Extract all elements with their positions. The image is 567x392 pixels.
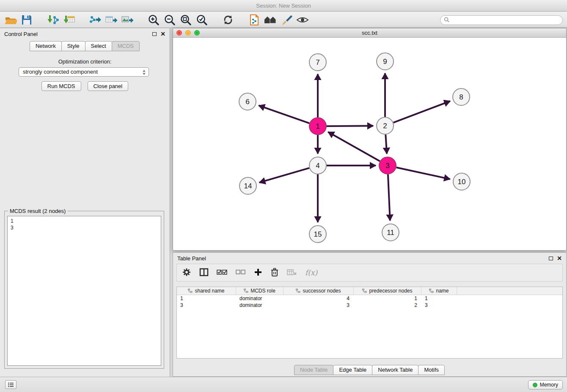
- optimization-criterion-label: Optimization criterion:: [0, 58, 170, 65]
- table-row[interactable]: 3dominator323: [177, 302, 562, 309]
- table-panel-tabs: Node TableEdge TableNetwork TableMotifs: [173, 365, 566, 375]
- window-controls: × − +: [176, 30, 200, 36]
- control-panel-title: Control Panel: [4, 31, 38, 37]
- columns-icon[interactable]: [199, 268, 209, 278]
- float-panel-icon[interactable]: [152, 32, 157, 36]
- column-header-name[interactable]: name: [421, 287, 457, 295]
- memory-button[interactable]: Memory: [528, 380, 563, 389]
- add-column-icon[interactable]: [254, 268, 262, 278]
- network-window-titlebar[interactable]: × − + scc.txt: [173, 28, 566, 38]
- eye-icon[interactable]: [295, 13, 311, 27]
- control-panel-header: Control Panel ✕: [0, 28, 170, 39]
- export-image-icon[interactable]: [119, 13, 135, 27]
- criterion-dropdown[interactable]: strongly connected component: [19, 67, 149, 77]
- gear-icon[interactable]: [182, 268, 191, 278]
- home-views-icon[interactable]: [262, 13, 278, 27]
- table-cell: 1: [354, 295, 421, 301]
- refresh-icon[interactable]: [220, 13, 236, 27]
- select-all-rows-icon[interactable]: [217, 269, 228, 276]
- dropdown-arrows-icon: [142, 69, 146, 78]
- graph-edge-2-8[interactable]: [394, 101, 450, 123]
- mcds-result-value: 3: [11, 224, 158, 231]
- search-input[interactable]: [452, 17, 559, 24]
- graph-edge-3-10[interactable]: [396, 168, 450, 179]
- show-panel-list-button[interactable]: [5, 380, 17, 389]
- graph-edge-3-1[interactable]: [328, 132, 380, 161]
- sort-icon: [362, 289, 367, 293]
- graph-node-15[interactable]: 15: [309, 226, 326, 243]
- table-tab-network-table[interactable]: Network Table: [372, 365, 418, 375]
- network-canvas[interactable]: 7968124314101511: [173, 38, 566, 250]
- node-table: shared nameMCDS rolesuccessor nodesprede…: [176, 287, 563, 359]
- column-header-successor-nodes[interactable]: successor nodes: [284, 287, 354, 295]
- table-body: 1dominator4113dominator323: [177, 295, 562, 309]
- session-document-icon[interactable]: [246, 13, 262, 27]
- table-tab-node-table[interactable]: Node Table: [294, 365, 334, 375]
- close-table-panel-icon[interactable]: ✕: [557, 255, 562, 261]
- deselect-all-rows-icon[interactable]: [236, 270, 246, 276]
- function-builder-icon[interactable]: f(x): [305, 268, 317, 277]
- zoom-selected-icon[interactable]: [194, 13, 210, 27]
- graph-edge-1-2[interactable]: [327, 126, 373, 126]
- export-table-icon[interactable]: [103, 13, 119, 27]
- table-tab-motifs[interactable]: Motifs: [418, 365, 445, 375]
- graph-edge-2-3[interactable]: [385, 135, 387, 154]
- minimize-window-icon[interactable]: −: [185, 30, 191, 36]
- mcds-buttons: Run MCDS Close panel: [0, 81, 170, 91]
- graph-node-14[interactable]: 14: [239, 177, 256, 194]
- graph-edge-1-6[interactable]: [259, 105, 309, 123]
- graph-node-11[interactable]: 11: [382, 224, 399, 241]
- graph-node-7[interactable]: 7: [309, 54, 326, 71]
- zoom-in-icon[interactable]: [146, 13, 162, 27]
- graph-node-6[interactable]: 6: [239, 93, 256, 110]
- close-panel-icon[interactable]: ✕: [160, 31, 165, 37]
- close-panel-button[interactable]: Close panel: [88, 81, 129, 91]
- graph-edge-3-11[interactable]: [388, 174, 390, 221]
- column-header-predecessor-nodes[interactable]: predecessor nodes: [354, 287, 421, 295]
- table-panel-header: Table Panel ✕: [173, 253, 566, 264]
- tab-select[interactable]: Select: [85, 41, 112, 51]
- mcds-result-box[interactable]: 13: [7, 216, 161, 366]
- tab-mcds[interactable]: MCDS: [112, 41, 140, 51]
- graph-node-label: 3: [385, 162, 389, 170]
- tab-style[interactable]: Style: [61, 41, 85, 51]
- maximize-window-icon[interactable]: +: [194, 30, 200, 36]
- graph-node-label: 10: [458, 178, 466, 186]
- status-bar: Memory: [0, 377, 567, 392]
- open-folder-icon[interactable]: [3, 13, 19, 27]
- graph-node-9[interactable]: 9: [377, 53, 394, 70]
- delete-table-icon[interactable]: [287, 268, 297, 277]
- column-header-mcds-role[interactable]: MCDS role: [236, 287, 284, 295]
- graph-node-10[interactable]: 10: [453, 173, 470, 190]
- graph-edge-4-14[interactable]: [259, 168, 309, 182]
- table-tab-edge-table[interactable]: Edge Table: [333, 365, 372, 375]
- memory-button-label: Memory: [540, 382, 558, 388]
- graph-node-2[interactable]: 2: [377, 117, 394, 134]
- table-cell: 2: [354, 302, 421, 308]
- close-window-icon[interactable]: ×: [176, 30, 182, 36]
- save-icon[interactable]: [19, 13, 35, 27]
- graph-node-3[interactable]: 3: [379, 157, 396, 174]
- table-row[interactable]: 1dominator411: [177, 295, 562, 302]
- graph-node-8[interactable]: 8: [453, 88, 470, 105]
- mcds-result-value: 1: [11, 218, 158, 224]
- zoom-out-icon[interactable]: [162, 13, 178, 27]
- run-mcds-button[interactable]: Run MCDS: [41, 81, 81, 91]
- trash-icon[interactable]: [270, 268, 279, 278]
- float-table-panel-icon[interactable]: [549, 257, 553, 260]
- import-table-icon[interactable]: [61, 13, 77, 27]
- mcds-result-title: MCDS result (2 nodes): [8, 208, 67, 214]
- column-header-shared-name[interactable]: shared name: [177, 287, 236, 295]
- graph-node-label: 2: [383, 122, 387, 130]
- graph-node-label: 4: [316, 162, 319, 170]
- tab-network[interactable]: Network: [30, 41, 62, 51]
- zoom-fit-icon[interactable]: [178, 13, 194, 27]
- graph-node-4[interactable]: 4: [309, 157, 326, 174]
- export-network-icon[interactable]: [87, 13, 103, 27]
- sort-icon: [429, 289, 434, 293]
- import-network-icon[interactable]: [45, 13, 61, 27]
- graph-node-1[interactable]: 1: [309, 118, 326, 135]
- paint-style-icon[interactable]: [278, 13, 295, 27]
- table-header-row: shared nameMCDS rolesuccessor nodesprede…: [177, 287, 562, 295]
- graph-node-label: 6: [245, 98, 249, 106]
